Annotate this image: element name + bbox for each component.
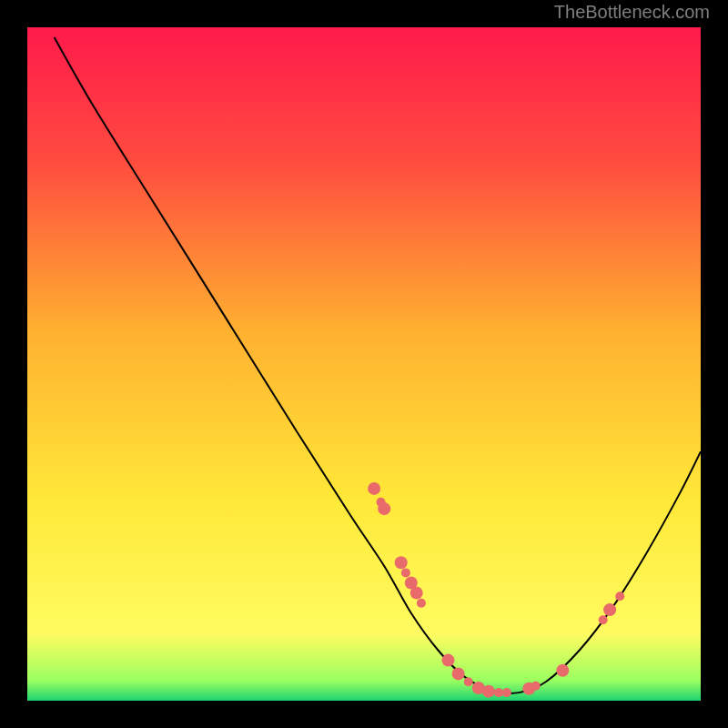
data-marker <box>603 603 616 616</box>
data-marker <box>502 688 511 697</box>
data-marker <box>368 482 380 495</box>
data-marker <box>395 556 408 569</box>
background-rect <box>27 27 701 701</box>
data-marker <box>482 685 495 698</box>
data-marker <box>494 688 503 697</box>
data-marker <box>556 664 569 677</box>
data-marker <box>442 654 455 667</box>
data-marker <box>401 568 410 577</box>
chart-canvas <box>27 27 701 701</box>
data-marker <box>452 667 465 680</box>
data-marker <box>410 587 423 600</box>
data-marker <box>599 615 608 624</box>
data-marker <box>417 599 426 608</box>
data-marker <box>615 592 624 601</box>
data-marker <box>531 682 541 691</box>
figure-root: TheBottleneck.com <box>0 0 728 728</box>
data-marker <box>464 677 473 686</box>
data-marker <box>378 502 390 515</box>
attribution-label: TheBottleneck.com <box>554 2 710 23</box>
